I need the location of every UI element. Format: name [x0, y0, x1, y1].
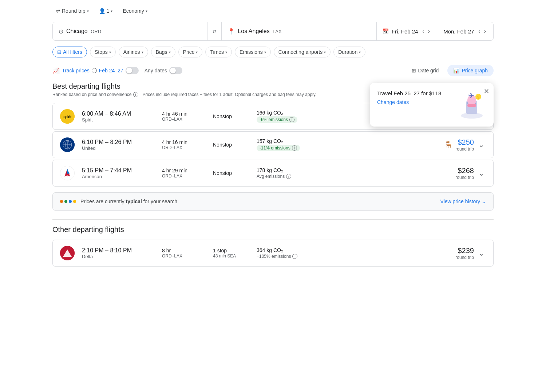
return-prev-btn[interactable]: ‹ [477, 27, 482, 36]
return-next-btn[interactable]: › [483, 27, 487, 36]
depart-prev-btn[interactable]: ‹ [421, 27, 426, 36]
info-icon[interactable]: i [292, 145, 297, 151]
flight-route: ORD–LAX [162, 173, 213, 179]
trending-icon: 📈 [52, 67, 60, 74]
origin-code: ORD [91, 29, 101, 34]
emissions-avg-text: Avg emissions i [257, 174, 428, 179]
price-label: round trip [455, 175, 474, 180]
flight-emissions-col: 178 kg CO₂ Avg emissions i [257, 167, 428, 179]
any-dates-toggle-switch[interactable] [169, 67, 182, 74]
expand-btn[interactable]: ⌄ [477, 247, 486, 259]
flight-price-col: 🪑 $250 round trip ⌄ [428, 138, 486, 152]
flight-time: 6:00 AM – 8:46 AM [82, 111, 162, 117]
duration-filter-btn[interactable]: Duration ▾ [333, 47, 365, 57]
price-banner-text-start: Prices are currently [80, 199, 126, 204]
price-filter-btn[interactable]: Price ▾ [178, 47, 203, 57]
view-price-history-btn[interactable]: View price history ⌄ [440, 199, 486, 204]
flight-card-delta[interactable]: 2:10 PM – 8:10 PM Delta 8 hr ORD–LAX 1 s… [52, 240, 494, 267]
price-graph-icon: 📊 [453, 68, 459, 73]
expand-btn[interactable]: ⌄ [477, 139, 486, 151]
info-icon[interactable]: i [133, 92, 138, 97]
price-graph-btn[interactable]: 📊 Price graph [447, 65, 494, 76]
view-history-label: View price history [440, 199, 480, 204]
subtitle-text: Ranked based on price and convenience [52, 92, 132, 97]
origin-city: Chicago [66, 28, 88, 34]
airlines-filter-btn[interactable]: Airlines ▾ [119, 47, 148, 57]
cabin-btn[interactable]: Economy ▾ [119, 6, 151, 16]
info-icon[interactable]: i [92, 68, 97, 73]
price-banner-left: Prices are currently typical for your se… [60, 199, 177, 204]
depart-date-field[interactable]: 📅 Fri, Feb 24 ‹ › [377, 22, 437, 40]
passengers-btn[interactable]: 👤 1 ▾ [95, 6, 116, 16]
depart-next-btn[interactable]: › [427, 27, 431, 36]
duration-label: Duration [338, 49, 357, 55]
american-logo [60, 166, 75, 180]
price-banner-highlight: typical [126, 199, 142, 204]
track-price-toggle[interactable]: 📈 Track prices i Feb 24–27 [52, 67, 139, 74]
price-tooltip-popup: Travel Feb 25–27 for $118 Change dates ✈ [370, 83, 494, 127]
person-icon: 👤 [99, 8, 105, 14]
info-icon[interactable]: i [292, 254, 297, 259]
price-banner-text-end: for your search [142, 199, 177, 204]
flight-time: 2:10 PM – 8:10 PM [82, 247, 162, 254]
chevron-down-icon: ▾ [264, 50, 266, 54]
bags-filter-btn[interactable]: Bags ▾ [151, 47, 175, 57]
popup-content: Travel Feb 25–27 for $118 Change dates [377, 90, 453, 105]
svg-text:$: $ [477, 95, 479, 99]
destination-city: Los Angeles [238, 28, 269, 34]
destination-field[interactable]: 📍 Los Angeles LAX [222, 22, 376, 40]
filter-icon: ⊟ [57, 49, 62, 55]
flight-duration: 8 hr [162, 248, 213, 253]
price-banner: Prices are currently typical for your se… [52, 192, 494, 211]
flight-card-united[interactable]: 6:10 PM – 8:26 PM United 4 hr 16 min ORD… [52, 131, 494, 158]
united-logo [60, 137, 75, 152]
stops-filter-btn[interactable]: Stops ▾ [90, 47, 116, 57]
emissions-filter-btn[interactable]: Emissions ▾ [235, 47, 271, 57]
flight-duration-col: 4 hr 29 min ORD–LAX [162, 168, 213, 179]
airlines-label: Airlines [123, 49, 140, 55]
track-left: 📈 Track prices i Feb 24–27 Any dates [52, 67, 182, 74]
flight-time-col: 6:00 AM – 8:46 AM Spirit [82, 111, 162, 123]
flight-stops: Nonstop [213, 142, 257, 148]
emissions-badge-text: +105% emissions [257, 254, 291, 259]
origin-field[interactable]: ⊙ Chicago ORD [53, 22, 207, 40]
flight-airline: United [82, 145, 162, 151]
times-filter-btn[interactable]: Times ▾ [205, 47, 232, 57]
expand-btn[interactable]: ⌄ [477, 167, 486, 179]
flight-duration-col: 8 hr ORD–LAX [162, 248, 213, 259]
times-label: Times [210, 49, 224, 55]
all-filters-btn[interactable]: ⊟ All filters [52, 47, 87, 57]
price-label: round trip [455, 147, 474, 152]
flight-card-american[interactable]: 5:15 PM – 7:44 PM American 4 hr 29 min O… [52, 160, 494, 187]
price-graph-label: Price graph [462, 68, 488, 73]
track-price-date: Feb 24–27 [99, 68, 123, 73]
flight-airline: Delta [82, 254, 162, 259]
flight-price-col: $239 round trip ⌄ [428, 247, 486, 260]
section-divider [52, 219, 494, 220]
chevron-down-icon: ▾ [146, 9, 147, 13]
popup-illustration: ✈ $ [457, 90, 486, 119]
chevron-down-icon: ▾ [87, 9, 89, 13]
info-icon[interactable]: i [289, 117, 294, 122]
any-dates-toggle[interactable]: Any dates [145, 67, 182, 74]
swap-button[interactable]: ⇄ [207, 22, 222, 40]
track-price-toggle-switch[interactable] [126, 67, 139, 74]
flight-stops-col: Nonstop [213, 142, 257, 148]
other-departing-section: Other departing flights 2:10 PM – 8:10 P… [52, 225, 494, 267]
emissions-badge-text: -11% emissions [260, 145, 290, 151]
connecting-airports-filter-btn[interactable]: Connecting airports ▾ [274, 47, 331, 57]
delta-logo [60, 246, 75, 260]
flight-duration-col: 4 hr 16 min ORD–LAX [162, 139, 213, 150]
change-dates-link[interactable]: Change dates [377, 99, 409, 105]
date-grid-btn[interactable]: ⊞ Date grid [406, 65, 445, 76]
return-date-field[interactable]: Mon, Feb 27 ‹ › [438, 22, 493, 40]
chevron-down-icon: ▾ [196, 50, 198, 54]
date-grid-label: Date grid [418, 68, 439, 73]
popup-close-btn[interactable]: ✕ [484, 87, 489, 95]
emissions-badge: -11% emissions i [257, 145, 300, 151]
destination-code: LAX [273, 29, 282, 34]
emissions-label: Emissions [240, 49, 263, 55]
round-trip-btn[interactable]: ⇄ Round trip ▾ [52, 6, 92, 16]
svg-text:spirit: spirit [63, 115, 72, 119]
info-icon[interactable]: i [286, 174, 291, 179]
